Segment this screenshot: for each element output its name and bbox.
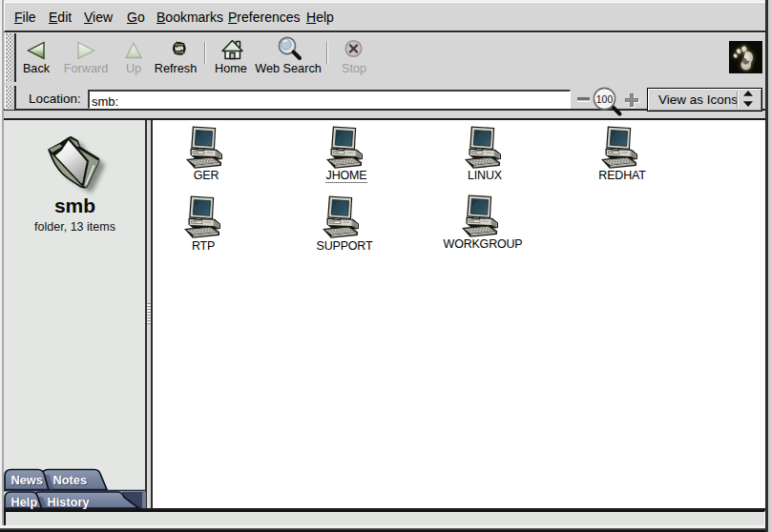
svg-text:100: 100 [596,93,614,105]
svg-text:Notes: Notes [53,473,88,487]
svg-text:Help: Help [11,495,38,509]
svg-text:History: History [48,495,91,509]
svg-text:News: News [11,473,43,487]
